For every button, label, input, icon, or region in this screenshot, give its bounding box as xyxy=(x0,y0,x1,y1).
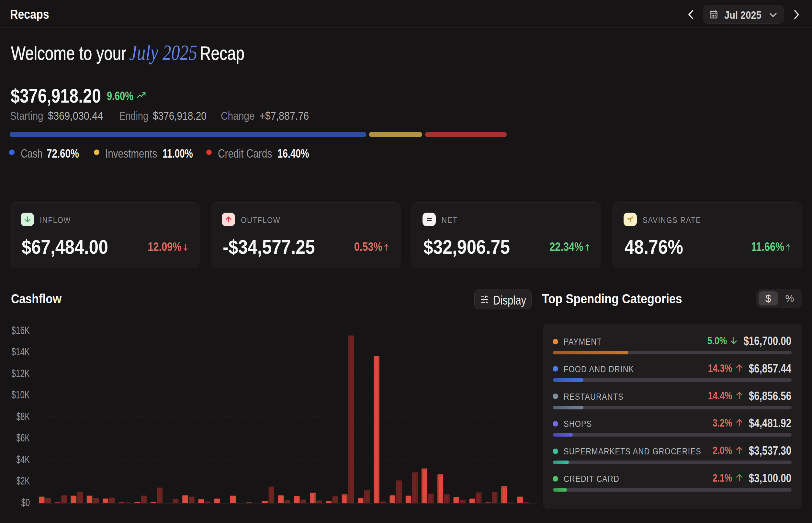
svg-text:$10K: $10K xyxy=(12,389,30,401)
svg-text:$0: $0 xyxy=(21,497,30,508)
svg-text:$4K: $4K xyxy=(17,453,30,465)
svg-text:$16K: $16K xyxy=(12,324,30,336)
svg-text:$14K: $14K xyxy=(12,346,30,358)
svg-text:$6K: $6K xyxy=(17,432,30,444)
svg-text:$2K: $2K xyxy=(17,475,30,487)
svg-text:$12K: $12K xyxy=(12,367,30,379)
svg-text:$8K: $8K xyxy=(17,410,30,422)
